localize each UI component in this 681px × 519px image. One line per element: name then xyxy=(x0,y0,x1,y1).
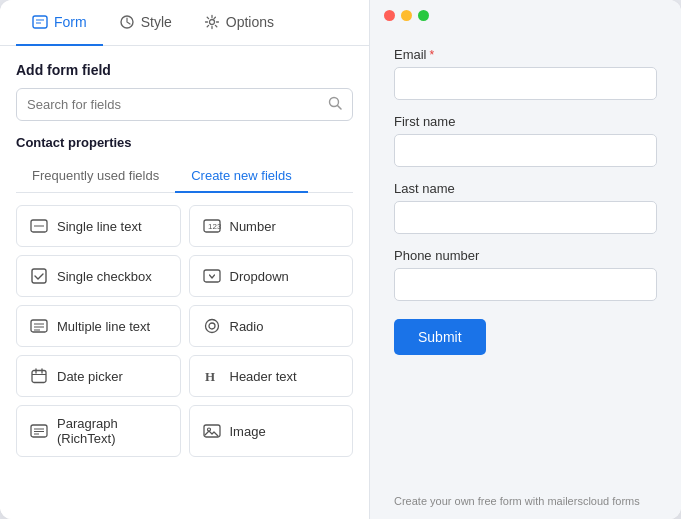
phone-label: Phone number xyxy=(394,248,657,263)
svg-text:123: 123 xyxy=(208,222,221,231)
svg-point-17 xyxy=(205,320,218,333)
email-label: Email * xyxy=(394,47,657,62)
add-field-section: Add form field xyxy=(0,46,369,121)
tab-form[interactable]: Form xyxy=(16,0,103,46)
field-radio[interactable]: Radio xyxy=(189,305,354,347)
dot-green xyxy=(418,10,429,21)
form-preview: Email * First name Last name Phone numbe… xyxy=(370,31,681,487)
form-icon xyxy=(32,14,48,30)
multiline-icon xyxy=(29,316,49,336)
gear-icon xyxy=(204,14,220,30)
tab-style-label: Style xyxy=(141,14,172,30)
svg-point-18 xyxy=(209,323,215,329)
field-label: Radio xyxy=(230,319,264,334)
nav-tabs: Form Style Options xyxy=(0,0,369,46)
form-group-firstname: First name xyxy=(394,114,657,167)
search-input[interactable] xyxy=(27,97,320,112)
firstname-input[interactable] xyxy=(394,134,657,167)
field-paragraph[interactable]: Paragraph (RichText) xyxy=(16,405,181,457)
radio-icon xyxy=(202,316,222,336)
field-label: Multiple line text xyxy=(57,319,150,334)
field-label: Header text xyxy=(230,369,297,384)
svg-rect-0 xyxy=(33,16,47,28)
dot-yellow xyxy=(401,10,412,21)
tab-form-label: Form xyxy=(54,14,87,30)
field-date-picker[interactable]: Date picker xyxy=(16,355,181,397)
contact-props-title: Contact properties xyxy=(16,135,353,150)
field-header-text[interactable]: H Header text xyxy=(189,355,354,397)
header-icon: H xyxy=(202,366,222,386)
form-group-email: Email * xyxy=(394,47,657,100)
field-label: Dropdown xyxy=(230,269,289,284)
main-content: Form Style Options Add form field xyxy=(0,0,681,519)
style-icon xyxy=(119,14,135,30)
contact-properties: Contact properties Frequently used field… xyxy=(0,121,369,205)
single-line-icon xyxy=(29,216,49,236)
right-panel: Email * First name Last name Phone numbe… xyxy=(370,0,681,519)
firstname-label: First name xyxy=(394,114,657,129)
svg-text:H: H xyxy=(205,369,215,384)
sub-tabs: Frequently used fields Create new fields xyxy=(16,160,353,193)
fields-grid: Single line text 123 Number Single check… xyxy=(0,205,369,473)
field-label: Single checkbox xyxy=(57,269,152,284)
checkbox-icon xyxy=(29,266,49,286)
tab-options-label: Options xyxy=(226,14,274,30)
svg-line-6 xyxy=(338,106,342,110)
field-single-checkbox[interactable]: Single checkbox xyxy=(16,255,181,297)
lastname-label: Last name xyxy=(394,181,657,196)
required-indicator: * xyxy=(430,48,435,62)
field-image[interactable]: Image xyxy=(189,405,354,457)
submit-button[interactable]: Submit xyxy=(394,319,486,355)
paragraph-icon xyxy=(29,421,49,441)
search-icon xyxy=(328,96,342,113)
email-input[interactable] xyxy=(394,67,657,100)
field-label: Paragraph (RichText) xyxy=(57,416,168,446)
phone-input[interactable] xyxy=(394,268,657,301)
field-dropdown[interactable]: Dropdown xyxy=(189,255,354,297)
field-label: Image xyxy=(230,424,266,439)
search-box[interactable] xyxy=(16,88,353,121)
subtab-create[interactable]: Create new fields xyxy=(175,160,307,193)
svg-rect-19 xyxy=(32,371,46,383)
lastname-input[interactable] xyxy=(394,201,657,234)
svg-rect-12 xyxy=(204,270,220,282)
dot-red xyxy=(384,10,395,21)
app-window: Form Style Options Add form field xyxy=(0,0,681,519)
svg-point-4 xyxy=(209,20,214,25)
field-multiple-line[interactable]: Multiple line text xyxy=(16,305,181,347)
field-number[interactable]: 123 Number xyxy=(189,205,354,247)
left-panel: Form Style Options Add form field xyxy=(0,0,370,519)
form-group-phone: Phone number xyxy=(394,248,657,301)
field-label: Single line text xyxy=(57,219,142,234)
field-label: Date picker xyxy=(57,369,123,384)
footer-text: Create your own free form with mailerscl… xyxy=(370,487,681,519)
field-label: Number xyxy=(230,219,276,234)
number-icon: 123 xyxy=(202,216,222,236)
window-controls xyxy=(370,0,681,31)
tab-style[interactable]: Style xyxy=(103,0,188,46)
dropdown-icon xyxy=(202,266,222,286)
form-group-lastname: Last name xyxy=(394,181,657,234)
field-single-line[interactable]: Single line text xyxy=(16,205,181,247)
svg-rect-11 xyxy=(32,269,46,283)
datepicker-icon xyxy=(29,366,49,386)
add-field-title: Add form field xyxy=(16,62,353,78)
image-icon xyxy=(202,421,222,441)
subtab-frequently[interactable]: Frequently used fields xyxy=(16,160,175,193)
tab-options[interactable]: Options xyxy=(188,0,290,46)
